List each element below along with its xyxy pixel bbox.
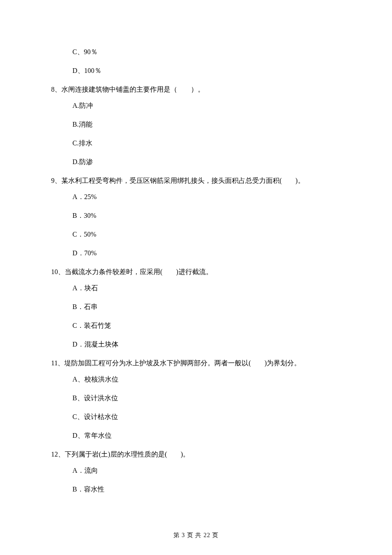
question-number: 11、 bbox=[51, 359, 64, 367]
question-text: 10、当截流水力条件较差时，应采用( )进行截流。 bbox=[51, 267, 341, 277]
option-a: A、校核洪水位 bbox=[72, 374, 341, 384]
option-c: C．50% bbox=[72, 229, 341, 240]
option-b: B．容水性 bbox=[72, 484, 341, 494]
exam-page: C、90％ D、100％ 8、水闸连接建筑物中铺盖的主要作用是（ ）。 A.防冲… bbox=[0, 0, 392, 555]
question-options: A．流向 B．容水性 bbox=[51, 465, 341, 494]
option-c: C．装石竹笼 bbox=[72, 321, 341, 331]
question-8: 8、水闸连接建筑物中铺盖的主要作用是（ ）。 A.防冲 B.消能 C.排水 D.… bbox=[51, 84, 341, 167]
orphan-options: C、90％ D、100％ bbox=[51, 47, 341, 76]
option-d: D.防渗 bbox=[72, 157, 341, 167]
question-10: 10、当截流水力条件较差时，应采用( )进行截流。 A．块石 B．石串 C．装石… bbox=[51, 267, 341, 350]
question-text: 8、水闸连接建筑物中铺盖的主要作用是（ ）。 bbox=[51, 84, 341, 95]
option-d: D．混凝土块体 bbox=[72, 339, 341, 350]
option-d: D、100％ bbox=[72, 66, 341, 76]
option-a: A.防冲 bbox=[72, 101, 341, 111]
question-options: A．块石 B．石串 C．装石竹笼 D．混凝土块体 bbox=[51, 283, 341, 350]
question-options: A、校核洪水位 B、设计洪水位 C、设计枯水位 D、常年水位 bbox=[51, 374, 341, 441]
question-body: 下列属于岩(土)层的水理性质的是( )。 bbox=[65, 451, 190, 458]
question-11: 11、堤防加固工程可分为水上护坡及水下护脚两部分。两者一般以( )为界划分。 A… bbox=[51, 358, 341, 441]
question-text: 11、堤防加固工程可分为水上护坡及水下护脚两部分。两者一般以( )为界划分。 bbox=[51, 358, 341, 368]
question-body: 某水利工程受弯构件，受压区钢筋采用绑扎接头，接头面积占总受力面积( )。 bbox=[61, 177, 305, 184]
option-c: C.排水 bbox=[72, 138, 341, 148]
question-body: 当截流水力条件较差时，应采用( )进行截流。 bbox=[65, 268, 213, 275]
option-a: A．25% bbox=[72, 192, 341, 202]
option-c: C、90％ bbox=[72, 47, 341, 57]
question-options: A.防冲 B.消能 C.排水 D.防渗 bbox=[51, 101, 341, 167]
option-a: A．块石 bbox=[72, 283, 341, 293]
question-options: A．25% B．30% C．50% D．70% bbox=[51, 192, 341, 258]
option-b: B．石串 bbox=[72, 302, 341, 312]
question-number: 8、 bbox=[51, 86, 61, 93]
question-text: 12、下列属于岩(土)层的水理性质的是( )。 bbox=[51, 449, 341, 460]
question-9: 9、某水利工程受弯构件，受压区钢筋采用绑扎接头，接头面积占总受力面积( )。 A… bbox=[51, 176, 341, 258]
question-number: 12、 bbox=[51, 451, 65, 458]
question-12: 12、下列属于岩(土)层的水理性质的是( )。 A．流向 B．容水性 bbox=[51, 449, 341, 494]
option-d: D、常年水位 bbox=[72, 431, 341, 441]
question-body: 水闸连接建筑物中铺盖的主要作用是（ ）。 bbox=[61, 86, 205, 93]
question-number: 10、 bbox=[51, 268, 65, 275]
option-d: D．70% bbox=[72, 248, 341, 258]
option-b: B.消能 bbox=[72, 119, 341, 130]
option-a: A．流向 bbox=[72, 465, 341, 476]
option-b: B、设计洪水位 bbox=[72, 393, 341, 403]
option-b: B．30% bbox=[72, 211, 341, 221]
option-c: C、设计枯水位 bbox=[72, 412, 341, 422]
question-body: 堤防加固工程可分为水上护坡及水下护脚两部分。两者一般以( )为界划分。 bbox=[64, 359, 301, 367]
question-text: 9、某水利工程受弯构件，受压区钢筋采用绑扎接头，接头面积占总受力面积( )。 bbox=[51, 176, 341, 186]
page-number: 第 3 页 共 22 页 bbox=[0, 531, 392, 540]
question-number: 9、 bbox=[51, 177, 61, 184]
